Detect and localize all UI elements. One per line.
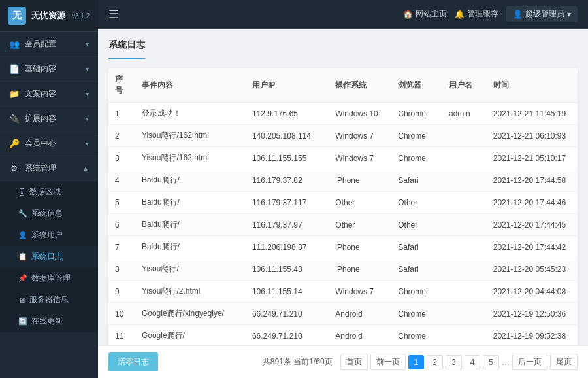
row-browser: Safari — [391, 258, 442, 281]
ext-content-icon: 🔌 — [9, 114, 20, 124]
basic-content-icon: 📄 — [9, 64, 20, 75]
row-ip: 116.179.37.117 — [246, 192, 329, 214]
row-event: 登录成功！ — [135, 103, 246, 125]
row-user — [442, 169, 487, 192]
clear-logs-button[interactable]: 清零日志 — [108, 352, 158, 371]
row-user — [442, 125, 487, 147]
row-os: Windows 7 — [329, 147, 391, 169]
submenu-item-online-update[interactable]: 🔄 在线更新 — [0, 311, 98, 332]
table-row: 10Google爬行/xingyeqiye/66.249.71.210Andro… — [108, 303, 578, 325]
row-ip: 106.11.155.14 — [246, 281, 329, 303]
row-event: Yisou爬行/162.html — [135, 125, 246, 147]
row-num: 11 — [108, 325, 135, 346]
row-user — [442, 325, 487, 346]
sidebar-item-file-content[interactable]: 📁 文案内容 ▾ — [0, 82, 98, 107]
row-time: 2021-12-19 12:50:36 — [487, 303, 578, 325]
row-event: Google爬行/xingyeqiye/ — [135, 303, 246, 325]
col-header-event: 事件内容 — [135, 68, 246, 103]
submenu-item-sys-config[interactable]: 🔧 系统信息 — [0, 203, 98, 224]
content-area: 系统日志 序号 事件内容 用户IP 操作系统 浏览器 用户名 时间 1登录成功！… — [98, 29, 588, 345]
table-row: 5Baidu爬行/116.179.37.117OtherOther2021-12… — [108, 192, 578, 214]
home-link[interactable]: 🏠 网站主页 — [403, 9, 447, 20]
prev-page-button[interactable]: 前一页 — [370, 354, 406, 370]
row-browser: Other — [391, 214, 442, 236]
hamburger-icon[interactable]: ☰ — [108, 7, 119, 22]
table-row: 1登录成功！112.9.176.65Windows 10Chromeadmin2… — [108, 103, 578, 125]
submenu-item-server-info[interactable]: 🖥 服务器信息 — [0, 289, 98, 311]
arrow-basic-content: ▾ — [86, 65, 89, 73]
submenu-label-server-info: 服务器信息 — [29, 294, 69, 305]
row-time: 2021-12-20 17:44:42 — [487, 236, 578, 258]
pagination-dots: … — [502, 358, 510, 367]
row-num: 6 — [108, 214, 135, 236]
app-version: v3.1.2 — [72, 12, 90, 20]
page-total-info: 共891条 当前1/60页 — [263, 356, 333, 368]
page-4-button[interactable]: 4 — [465, 355, 481, 369]
sidebar-item-basic-content[interactable]: 📄 基础内容 ▾ — [0, 57, 98, 82]
row-event: Baidu爬行/ — [135, 192, 246, 214]
first-page-button[interactable]: 首页 — [340, 354, 368, 370]
page-3-button[interactable]: 3 — [446, 355, 462, 369]
app-logo: 无 无忧资源 v3.1.2 — [0, 0, 98, 32]
row-ip: 116.179.37.97 — [246, 214, 329, 236]
home-label: 网站主页 — [416, 9, 447, 20]
col-header-time: 时间 — [487, 68, 578, 103]
col-header-ip: 用户IP — [246, 68, 329, 103]
sys-submenu: 🗄 数据区域 🔧 系统信息 👤 系统用户 📋 系统日志 📌 数据库管理 🖥 — [0, 181, 98, 332]
data-area-icon: 🗄 — [18, 188, 25, 196]
table-body: 1登录成功！112.9.176.65Windows 10Chromeadmin2… — [108, 103, 578, 346]
col-header-os: 操作系统 — [329, 68, 391, 103]
page-5-button[interactable]: 5 — [483, 355, 499, 369]
row-browser: Safari — [391, 169, 442, 192]
row-num: 8 — [108, 258, 135, 281]
row-browser: Chrome — [391, 303, 442, 325]
user-icon: 👤 — [513, 10, 523, 19]
row-num: 5 — [108, 192, 135, 214]
submenu-label-sys-users: 系统用户 — [31, 230, 63, 241]
row-os: Windows 10 — [329, 103, 391, 125]
submenu-item-data-area[interactable]: 🗄 数据区域 — [0, 181, 98, 203]
table-row: 7Baidu爬行/111.206.198.37iPhoneSafari2021-… — [108, 236, 578, 258]
submenu-item-task-manage[interactable]: 📌 数据库管理 — [0, 267, 98, 289]
submenu-item-sys-users[interactable]: 👤 系统用户 — [0, 224, 98, 246]
row-user — [442, 236, 487, 258]
row-browser: Safari — [391, 236, 442, 258]
member-center-icon: 🔑 — [9, 139, 20, 149]
log-table-wrap: 序号 事件内容 用户IP 操作系统 浏览器 用户名 时间 1登录成功！112.9… — [108, 68, 578, 345]
sidebar-label-sys-manage: 系统管理 — [25, 163, 82, 174]
row-browser: Chrome — [391, 125, 442, 147]
topbar-right: 🏠 网站主页 🔔 管理缓存 👤 超级管理员 ▾ — [403, 6, 578, 22]
next-page-button[interactable]: 后一页 — [512, 354, 547, 370]
page-1-button[interactable]: 1 — [408, 355, 425, 369]
col-header-browser: 浏览器 — [391, 68, 442, 103]
row-user — [442, 303, 487, 325]
all-members-icon: 👥 — [9, 39, 20, 50]
row-num: 3 — [108, 147, 135, 169]
home-icon: 🏠 — [403, 10, 413, 19]
topbar: ☰ 🏠 网站主页 🔔 管理缓存 👤 超级管理员 ▾ — [98, 0, 588, 29]
sidebar-item-member-center[interactable]: 🔑 会员中心 ▾ — [0, 131, 98, 156]
row-os: Windows 7 — [329, 281, 391, 303]
row-time: 2021-12-20 17:44:58 — [487, 169, 578, 192]
sys-manage-icon: ⚙ — [9, 163, 20, 174]
submenu-item-sys-logs[interactable]: 📋 系统日志 — [0, 246, 98, 267]
row-time: 2021-12-20 04:44:08 — [487, 281, 578, 303]
table-row: 6Baidu爬行/116.179.37.97OtherOther2021-12-… — [108, 214, 578, 236]
sidebar-item-ext-content[interactable]: 🔌 扩展内容 ▾ — [0, 107, 98, 131]
sidebar-item-sys-manage[interactable]: ⚙ 系统管理 ▲ — [0, 156, 98, 181]
page-2-button[interactable]: 2 — [427, 355, 443, 369]
user-menu[interactable]: 👤 超级管理员 ▾ — [506, 6, 578, 22]
col-header-user: 用户名 — [442, 68, 487, 103]
row-browser: Chrome — [391, 281, 442, 303]
table-header-row: 序号 事件内容 用户IP 操作系统 浏览器 用户名 时间 — [108, 68, 578, 103]
manage-cache-link[interactable]: 🔔 管理缓存 — [455, 9, 498, 20]
row-event: Baidu爬行/ — [135, 169, 246, 192]
sidebar-item-all-members[interactable]: 👥 全员配置 ▾ — [0, 32, 98, 57]
last-page-button[interactable]: 尾页 — [550, 354, 578, 370]
row-os: Other — [329, 192, 391, 214]
main-area: ☰ 🏠 网站主页 🔔 管理缓存 👤 超级管理员 ▾ 系统日志 — [98, 0, 588, 378]
row-ip: 66.249.71.210 — [246, 325, 329, 346]
row-event: Yisou爬行/2.html — [135, 281, 246, 303]
row-num: 2 — [108, 125, 135, 147]
row-event: Yisou爬行/162.html — [135, 147, 246, 169]
